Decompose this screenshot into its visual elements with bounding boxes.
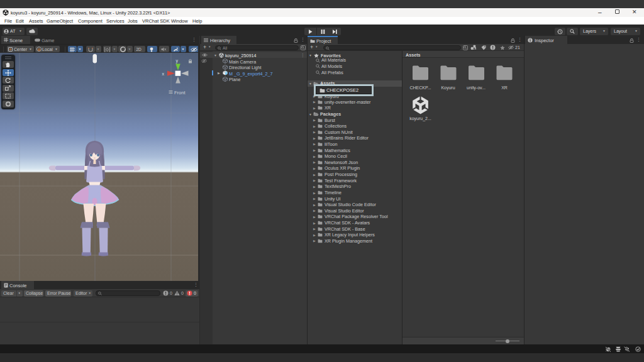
svg-text:x: x — [162, 72, 165, 76]
svg-text:Koyuru: Koyuru — [441, 85, 455, 90]
svg-text:unity-ov...: unity-ov... — [467, 85, 486, 90]
svg-text:y: y — [176, 58, 179, 63]
svg-text:koyuru_2...: koyuru_2... — [409, 116, 431, 121]
svg-text:XR: XR — [501, 85, 508, 90]
svg-text:CHECKP...: CHECKP... — [409, 85, 431, 90]
svg-text:Front: Front — [174, 90, 186, 96]
